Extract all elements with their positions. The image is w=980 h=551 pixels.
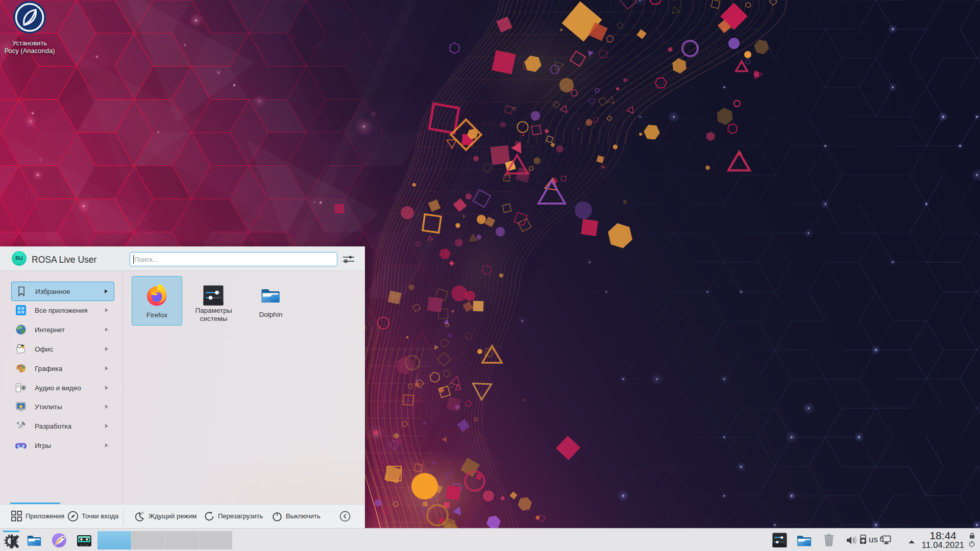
svg-text:z: z (142, 510, 143, 514)
